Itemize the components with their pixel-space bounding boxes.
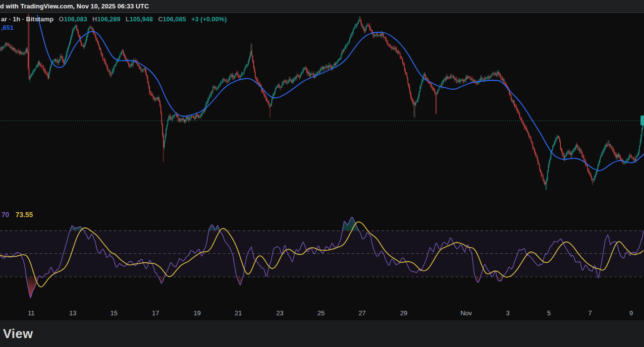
chart-area: ar · 1h · Bitstamp O106,083 H106,289 L10… [0, 13, 644, 320]
current-price-tag [641, 116, 644, 125]
time-axis-label: 11 [28, 309, 35, 317]
ohlc-high-label: H [93, 15, 97, 23]
tradingview-chart-window: d with TradingView.com, Nov 10, 2025 06:… [0, 0, 644, 347]
time-axis-label: 7 [588, 309, 591, 317]
time-axis-label: 15 [110, 309, 117, 317]
time-axis-label: 27 [359, 309, 366, 317]
ohlc-low-value: 105,948 [130, 15, 153, 23]
ohlc-close-value: 106,085 [163, 15, 186, 23]
time-axis-label: 29 [400, 309, 407, 317]
tradingview-logo-text[interactable]: View [3, 326, 33, 342]
ohlc-low-label: L [126, 15, 130, 23]
ohlc-open-label: O [59, 15, 64, 23]
time-axis-label: 21 [235, 309, 242, 317]
attribution-bar: d with TradingView.com, Nov 10, 2025 06:… [0, 0, 644, 13]
symbol-title: ar · 1h · Bitstamp [1, 15, 54, 23]
time-axis-label: 17 [152, 309, 159, 317]
ohlc-high-value: 106,289 [97, 15, 120, 23]
time-axis-label: 5 [547, 309, 550, 317]
rsi-ma-value: 73.55 [15, 211, 33, 219]
time-axis-label: 19 [194, 309, 201, 317]
ohlc-open-value: 106,083 [64, 15, 87, 23]
time-axis-label: 25 [318, 309, 324, 317]
rsi-status-line: 70 73.55 [1, 211, 33, 219]
ohlc-close-label: C [158, 15, 162, 23]
rsi-value: 70 [1, 211, 9, 219]
ohlc-change-value: +3 (+0.00%) [191, 15, 227, 23]
footer-bar: View [0, 320, 644, 347]
time-axis-label: 3 [506, 309, 509, 317]
price-chart-canvas[interactable] [0, 13, 644, 208]
attribution-text: d with TradingView.com, Nov 10, 2025 06:… [0, 2, 149, 10]
ma-value-label: ,651 [1, 24, 13, 31]
time-axis-label: 13 [69, 309, 76, 317]
time-axis-label: 9 [629, 309, 633, 317]
time-axis[interactable]: 11 13 15 17 19 21 23 25 27 29 Nov 3 5 7 … [0, 306, 644, 320]
rsi-pane-canvas[interactable] [0, 208, 644, 306]
time-axis-label: Nov [460, 309, 472, 317]
symbol-legend: ar · 1h · Bitstamp O106,083 H106,289 L10… [1, 15, 227, 23]
time-axis-label: 23 [276, 309, 283, 317]
